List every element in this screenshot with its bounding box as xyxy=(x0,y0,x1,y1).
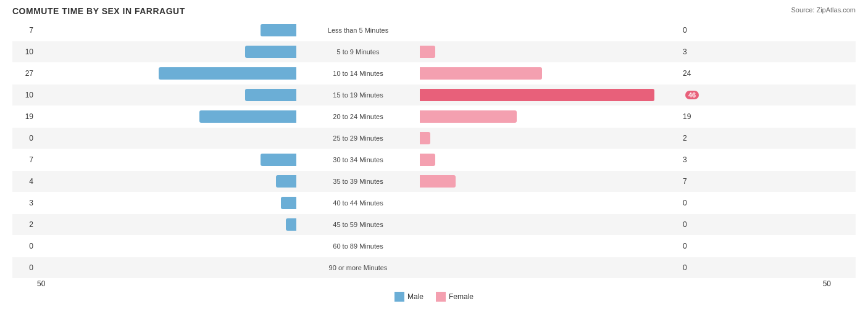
female-value: 0 xyxy=(679,242,710,250)
row-label: 90 or more Minutes xyxy=(296,264,420,271)
male-value: 0 xyxy=(12,263,37,272)
male-bar-area xyxy=(37,24,296,36)
legend-female: Female xyxy=(436,292,474,302)
male-bar-area xyxy=(37,110,296,123)
row-label: 60 to 89 Minutes xyxy=(296,242,420,250)
chart-title: COMMUTE TIME BY SEX IN FARRAGUT xyxy=(12,6,856,16)
female-bar-area xyxy=(420,132,679,144)
male-bar-area xyxy=(37,175,296,188)
female-bar xyxy=(420,154,435,166)
legend: Male Female xyxy=(12,292,856,302)
female-bar-area xyxy=(420,110,679,123)
male-value: 7 xyxy=(12,155,37,164)
table-row: 730 to 34 Minutes3 xyxy=(12,149,856,170)
female-value: 3 xyxy=(679,47,710,56)
female-value: 7 xyxy=(679,177,710,186)
row-label: 30 to 34 Minutes xyxy=(296,156,420,163)
female-bar xyxy=(420,175,456,188)
male-value: 27 xyxy=(12,69,37,78)
male-bar-area xyxy=(37,218,296,231)
male-bar xyxy=(286,218,296,231)
table-row: 105 to 9 Minutes3 xyxy=(12,41,856,62)
male-bar-area xyxy=(37,197,296,209)
male-value: 0 xyxy=(12,134,37,142)
male-bar xyxy=(281,197,296,209)
row-label: 25 to 29 Minutes xyxy=(296,134,420,142)
table-row: 1015 to 19 Minutes46 xyxy=(12,85,856,105)
legend-male-label: Male xyxy=(407,292,424,301)
male-value: 7 xyxy=(12,26,37,35)
male-value: 4 xyxy=(12,177,37,186)
chart-area: 7Less than 5 Minutes0105 to 9 Minutes327… xyxy=(12,20,856,278)
male-value: 2 xyxy=(12,220,37,229)
female-value: 2 xyxy=(679,134,710,142)
male-bar xyxy=(261,154,296,166)
female-bar-area xyxy=(420,89,679,101)
male-bar xyxy=(159,67,296,80)
legend-female-box xyxy=(436,292,446,302)
female-value: 0 xyxy=(679,263,710,272)
female-bar xyxy=(420,89,654,101)
male-value: 3 xyxy=(12,199,37,207)
female-bar-area xyxy=(420,175,679,188)
female-bar-area xyxy=(420,67,679,80)
male-bar-area xyxy=(37,67,296,80)
male-bar-area xyxy=(37,154,296,166)
row-label: 15 to 19 Minutes xyxy=(296,91,420,99)
row-label: 40 to 44 Minutes xyxy=(296,199,420,207)
male-bar xyxy=(261,24,296,36)
female-bar xyxy=(420,67,542,80)
table-row: 060 to 89 Minutes0 xyxy=(12,236,856,257)
legend-female-label: Female xyxy=(449,292,474,301)
row-label: 45 to 59 Minutes xyxy=(296,221,420,228)
table-row: 340 to 44 Minutes0 xyxy=(12,192,856,213)
row-label: 20 to 24 Minutes xyxy=(296,113,420,120)
female-value: 0 xyxy=(679,220,710,229)
male-bar-area xyxy=(37,89,296,101)
female-bar-area xyxy=(420,154,679,166)
female-bar xyxy=(420,132,430,144)
chart-container: COMMUTE TIME BY SEX IN FARRAGUT Source: … xyxy=(0,0,868,322)
row-label: 35 to 39 Minutes xyxy=(296,178,420,185)
row-label: 5 to 9 Minutes xyxy=(296,48,420,56)
male-value: 19 xyxy=(12,112,37,121)
female-value: 46 xyxy=(679,91,710,99)
axis-right: 50 xyxy=(823,279,831,288)
female-bar xyxy=(420,110,517,123)
table-row: 025 to 29 Minutes2 xyxy=(12,128,856,149)
male-value: 10 xyxy=(12,47,37,56)
axis-labels: 50 50 xyxy=(12,279,856,288)
table-row: 1920 to 24 Minutes19 xyxy=(12,106,856,127)
source-label: Source: ZipAtlas.com xyxy=(791,6,856,14)
male-value: 0 xyxy=(12,242,37,250)
highlight-badge: 46 xyxy=(685,91,699,99)
legend-male: Male xyxy=(394,292,424,302)
male-value: 10 xyxy=(12,91,37,99)
legend-male-box xyxy=(394,292,404,302)
male-bar-area xyxy=(37,46,296,58)
female-bar xyxy=(420,46,435,58)
row-label: Less than 5 Minutes xyxy=(296,27,420,34)
male-bar xyxy=(199,110,296,123)
male-bar xyxy=(245,89,296,101)
table-row: 2710 to 14 Minutes24 xyxy=(12,63,856,84)
male-bar xyxy=(276,175,296,188)
male-bar xyxy=(245,46,296,58)
table-row: 090 or more Minutes0 xyxy=(12,257,856,278)
female-value: 0 xyxy=(679,26,710,35)
female-bar-area xyxy=(420,46,679,58)
table-row: 245 to 59 Minutes0 xyxy=(12,214,856,235)
table-row: 435 to 39 Minutes7 xyxy=(12,171,856,192)
female-value: 0 xyxy=(679,199,710,207)
axis-left: 50 xyxy=(37,279,45,288)
female-value: 24 xyxy=(679,69,710,78)
female-value: 3 xyxy=(679,155,710,164)
female-value: 19 xyxy=(679,112,710,121)
row-label: 10 to 14 Minutes xyxy=(296,70,420,77)
table-row: 7Less than 5 Minutes0 xyxy=(12,20,856,41)
